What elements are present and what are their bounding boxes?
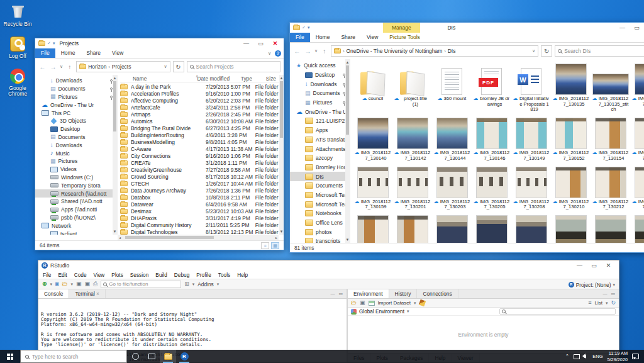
forward-button[interactable]: → <box>304 48 312 55</box>
ribbon-tab[interactable]: View <box>106 48 129 58</box>
ribbon-tab[interactable]: File <box>290 33 310 42</box>
file-tile[interactable]: ☁ <box>511 213 551 243</box>
file-tile[interactable]: ☁ IMG_20181127_130142 <box>392 115 432 164</box>
save-icon[interactable]: ▣ <box>76 281 82 287</box>
address-bar[interactable]: › OneDrive - The University of Nottingha… <box>331 45 538 57</box>
project-selector[interactable]: R Project: (None) ▾ <box>569 279 615 290</box>
tray-expand-icon[interactable]: ⌃ <box>565 354 570 359</box>
sidebar-item[interactable]: Pictures <box>35 157 117 165</box>
dis-titlebar[interactable]: ✓ ▾ Manage DIs — ▭ ✕ <box>290 23 644 33</box>
ribbon-tab[interactable]: File <box>35 48 55 58</box>
file-tile[interactable]: ☁ IMG_20181127_130146 <box>472 115 511 164</box>
breadcrumb-root[interactable]: Horizon <box>88 64 106 70</box>
sidebar-item[interactable]: Windows (C:) <box>35 174 117 182</box>
menu-item[interactable]: File <box>43 272 51 278</box>
sidebar-item[interactable]: Videos <box>35 165 117 174</box>
projects-titlebar[interactable]: ✓ ▾ Projects — ▭ ✕ <box>35 38 284 48</box>
pane-minimize-icons[interactable]: — ▭ <box>330 289 344 298</box>
sidebar-item[interactable]: Documents <box>35 85 117 93</box>
minimize-button[interactable]: — <box>572 260 587 271</box>
list-view-icon[interactable]: ≡ <box>588 300 591 306</box>
scroll-down-arrow[interactable]: ▼ <box>113 228 117 235</box>
menu-item[interactable]: Debug <box>174 272 189 278</box>
sidebar-item[interactable]: Shared (\\AD.nott <box>35 198 117 206</box>
quick-access-toolbar[interactable]: ✓ ▾ <box>36 41 57 46</box>
sidebar-item[interactable]: Attachments <box>290 144 350 154</box>
quick-access-toolbar[interactable]: ✓ ▾ <box>291 25 311 30</box>
sidebar-item[interactable]: Apps (\\ad.notti <box>35 206 117 214</box>
sidebar-item[interactable]: Apps <box>290 126 350 135</box>
sidebar-item[interactable]: Downloads <box>35 77 117 85</box>
new-project-icon[interactable]: ◙ <box>55 281 58 287</box>
maximize-button[interactable]: ▭ <box>587 260 601 271</box>
sidebar-item[interactable]: tsclient <box>35 230 117 235</box>
new-file-dropdown-icon[interactable]: ▾ <box>50 282 53 287</box>
maximize-button[interactable]: ▭ <box>253 38 268 48</box>
scroll-down-arrow[interactable]: ▼ <box>279 228 284 235</box>
file-tile[interactable]: ☁ IMG_20181127_130210 <box>551 164 591 213</box>
import-dropdown-icon[interactable]: ▾ <box>414 301 416 306</box>
task-view-button[interactable] <box>143 350 160 363</box>
breadcrumb-root[interactable]: OneDrive - The University of Nottingham <box>346 48 442 54</box>
import-dataset-icon[interactable] <box>369 301 375 306</box>
file-explorer-taskbar-button[interactable] <box>160 350 176 363</box>
file-tile[interactable]: ☁ <box>591 213 630 243</box>
file-tile[interactable]: ☁ <box>353 213 392 243</box>
pane-tab[interactable]: History <box>389 289 418 298</box>
file-row[interactable]: A day in the Park 7/29/2013 5:07 PM File… <box>120 83 284 90</box>
file-tile[interactable]: ☁ IMG_20181127_130203 <box>432 164 472 213</box>
ribbon-tab[interactable]: Home <box>310 33 336 42</box>
pane-tab[interactable]: Environment <box>348 289 389 298</box>
sidebar-item[interactable]: Temporary Stora <box>35 181 117 189</box>
pane-tab[interactable]: Connections <box>417 289 458 298</box>
file-row[interactable]: Acceleration Profiles 9/16/2010 1:00 PM … <box>120 90 284 97</box>
sidebar-item[interactable]: Downloads <box>35 141 117 149</box>
recent-locations-icon[interactable]: ∨ <box>60 64 63 69</box>
sidebar-item[interactable]: DIs <box>290 172 350 181</box>
file-row[interactable]: ArtefactCafe 3/24/2011 2:58 PM File fold… <box>120 104 284 111</box>
column-date-modified[interactable]: Date modified <box>197 75 240 82</box>
menu-item[interactable]: Help <box>237 272 248 278</box>
rstudio-taskbar-button[interactable]: R <box>176 350 192 363</box>
file-row[interactable]: CREATe 3/1/2018 1:11 PM File folder <box>120 159 284 166</box>
qat-dropdown-icon[interactable]: ▾ <box>53 41 55 46</box>
pane-layout-dropdown-icon[interactable]: ▾ <box>192 282 195 287</box>
sidebar-item[interactable]: Research (\\ad.nott <box>35 189 117 198</box>
file-tile[interactable]: ☁ Digital Initiative Proposals 1819 <box>511 61 551 115</box>
goto-file-box[interactable] <box>101 281 181 288</box>
sidebar-item[interactable]: transcripts <box>290 237 350 243</box>
addins-label[interactable]: Addins <box>197 281 213 288</box>
close-button[interactable]: ✕ <box>268 38 282 48</box>
sidebar-item[interactable]: Documents <box>290 89 350 98</box>
file-row[interactable]: Bridging The Rural Divide 6/27/2013 4:25… <box>120 125 284 131</box>
help-icon[interactable]: ? <box>275 50 281 57</box>
file-tile[interactable]: ☁ bromley JB drawings <box>472 61 511 115</box>
sidebar-item[interactable]: Desktop <box>290 70 350 80</box>
file-row[interactable]: Data Journeys Archway 7/26/2018 1:36 PM … <box>120 187 284 194</box>
file-row[interactable]: BuildingInteriorRouting 4/6/2011 3:28 PM… <box>120 131 284 138</box>
qat-check-icon[interactable]: ✓ <box>302 25 306 30</box>
sidebar-item[interactable]: Microsoft Teams <box>290 191 350 200</box>
sidebar-item[interactable]: Music <box>35 149 117 157</box>
menu-item[interactable]: Session <box>130 272 149 278</box>
file-tile[interactable]: ☁ project-title (1) <box>392 61 432 115</box>
menu-item[interactable]: Edit <box>58 272 67 278</box>
sidebar-item[interactable]: ATS translator <box>290 135 350 145</box>
sidebar-item[interactable]: This PC <box>35 109 117 117</box>
file-tile[interactable]: ☁ IMG_20181127_130140 <box>353 115 392 164</box>
language-indicator[interactable]: ENG <box>592 354 602 359</box>
back-button[interactable]: ← <box>293 48 301 55</box>
file-tile[interactable]: ☁ <box>630 213 644 243</box>
sidebar-item[interactable]: Notebooks <box>290 209 350 218</box>
search-box[interactable] <box>555 45 644 57</box>
file-list-scrollbar[interactable]: ▲ ▼ <box>279 75 284 235</box>
sidebar-item[interactable]: psbb (\\UONZ\ <box>35 214 117 222</box>
file-tile[interactable]: ☁ IMG_20181127_130154 <box>591 115 630 164</box>
file-tile[interactable]: ☁ IMG_20181127_130208 <box>511 164 551 213</box>
ribbon-tab[interactable]: Home <box>55 48 81 58</box>
sidebar-item[interactable]: OneDrive - The Ur <box>290 107 350 116</box>
horizontal-scrollbar[interactable]: ◂ ▸ <box>118 235 279 240</box>
search-box[interactable] <box>187 61 280 72</box>
menu-item[interactable]: View <box>94 272 105 278</box>
file-tile[interactable]: ☁ IMG_20181127_130214 <box>630 164 644 213</box>
